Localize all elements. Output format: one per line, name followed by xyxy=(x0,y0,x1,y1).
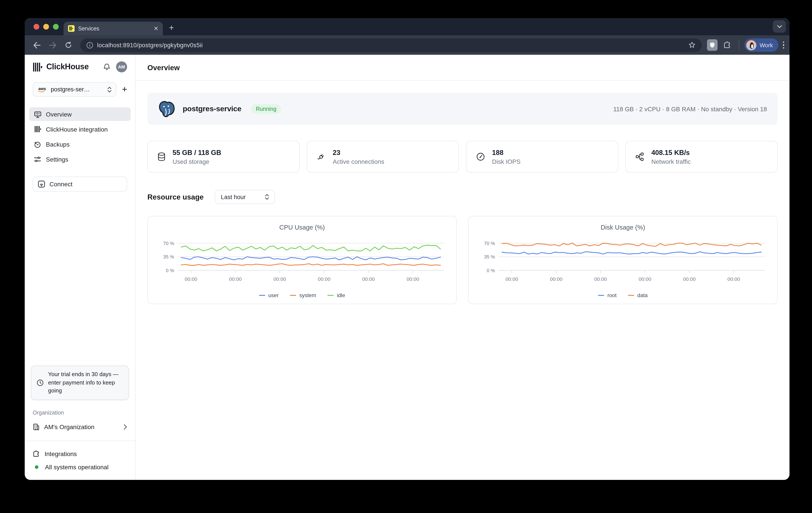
svg-text:00:00: 00:00 xyxy=(229,276,242,282)
postgres-logo xyxy=(158,100,176,118)
svg-text:0 %: 0 % xyxy=(166,268,174,273)
aws-logo-icon: aws xyxy=(37,86,47,93)
legend-item-system[interactable]: system xyxy=(290,292,316,298)
time-range-select[interactable]: Last hour xyxy=(215,190,275,204)
site-info-icon[interactable] xyxy=(87,42,93,48)
gauge-icon xyxy=(476,152,485,161)
stat-card-disk-iops: 188Disk IOPS xyxy=(466,141,618,173)
svg-text:00:00: 00:00 xyxy=(273,276,286,282)
sidebar-item-label: Settings xyxy=(46,155,68,163)
browser-tab-services[interactable]: Services ✕ xyxy=(63,22,163,35)
backup-history-icon xyxy=(33,141,41,148)
legend-swatch xyxy=(259,295,265,296)
sidebar-item-overview[interactable]: Overview xyxy=(29,107,130,121)
sidebar-item-backups[interactable]: Backups xyxy=(29,137,130,151)
service-selector[interactable]: aws postgres-ser… xyxy=(33,82,117,97)
cpu-usage-chart-card: CPU Usage (%) 0 %35 %70 %00:0000:0000:00… xyxy=(147,216,457,304)
bookmark-star-icon[interactable] xyxy=(689,41,696,49)
cpu-usage-chart: 0 %35 %70 %00:0000:0000:0000:0000:0000:0… xyxy=(157,233,446,291)
service-name: postgres-service xyxy=(183,105,241,113)
browser-menu-icon[interactable] xyxy=(783,41,784,49)
overview-icon xyxy=(33,111,41,118)
legend-item-user[interactable]: user xyxy=(259,292,279,298)
legend-item-data[interactable]: data xyxy=(628,292,648,298)
legend-item-root[interactable]: root xyxy=(598,292,616,298)
close-window-button[interactable] xyxy=(33,24,39,30)
browser-profile-button[interactable]: Work xyxy=(745,38,778,52)
reload-button[interactable] xyxy=(62,38,75,52)
stat-label: Network traffic xyxy=(651,158,691,165)
svg-text:00:00: 00:00 xyxy=(550,276,562,282)
svg-text:0 %: 0 % xyxy=(487,268,495,273)
legend-item-idle[interactable]: idle xyxy=(328,292,345,298)
stat-value: 23 xyxy=(333,148,384,156)
svg-text:aws: aws xyxy=(38,87,46,91)
svg-text:00:00: 00:00 xyxy=(727,276,740,282)
minimize-window-button[interactable] xyxy=(43,24,49,30)
tab-close-icon[interactable]: ✕ xyxy=(153,26,158,31)
resource-usage-heading: Resource usage xyxy=(147,193,204,201)
service-summary-card: postgres-service Running 118 GB · 2 vCPU… xyxy=(147,93,778,125)
toolbar-separator xyxy=(739,40,740,50)
legend-swatch xyxy=(290,295,296,296)
svg-text:00:00: 00:00 xyxy=(594,276,607,282)
stats-row: 55 GB / 118 GBUsed storage 23Active conn… xyxy=(147,141,778,173)
sidebar-item-label: Overview xyxy=(46,111,72,118)
puzzle-icon xyxy=(33,450,40,457)
page-title: Overview xyxy=(147,63,180,72)
new-tab-button[interactable]: + xyxy=(169,23,174,33)
clickhouse-favicon xyxy=(68,25,75,32)
svg-text:35 %: 35 % xyxy=(484,254,495,260)
svg-text:00:00: 00:00 xyxy=(683,276,696,282)
integrations-link[interactable]: Integrations xyxy=(25,447,135,460)
extensions-puzzle-icon[interactable] xyxy=(720,38,734,52)
svg-text:00:00: 00:00 xyxy=(318,276,330,282)
status-green-dot xyxy=(35,465,38,469)
chart-title: CPU Usage (%) xyxy=(157,224,446,231)
status-text: All systems operational xyxy=(45,463,109,471)
app-root: ClickHouse AM aws postgres-ser… xyxy=(25,55,789,480)
svg-text:35 %: 35 % xyxy=(163,254,174,260)
trial-notice-text: Your trial ends in 30 days — enter payme… xyxy=(48,371,123,395)
chevron-updown-icon xyxy=(265,194,269,200)
sidebar-item-label: Backups xyxy=(46,141,69,148)
forward-button[interactable] xyxy=(46,38,59,52)
notifications-bell-icon[interactable] xyxy=(103,63,110,70)
sidebar-nav: Overview ClickHouse integration Backups xyxy=(29,107,130,166)
legend-swatch xyxy=(328,295,334,296)
add-service-button[interactable]: + xyxy=(122,84,127,94)
connect-button[interactable]: Connect xyxy=(33,177,127,192)
stat-card-network-traffic: 408.15 KB/sNetwork traffic xyxy=(625,141,778,173)
stat-label: Disk IOPS xyxy=(492,158,521,165)
address-bar[interactable]: localhost:8910/postgres/pgkybgnv0s5ii xyxy=(80,38,702,52)
svg-text:00:00: 00:00 xyxy=(639,276,651,282)
user-avatar[interactable]: AM xyxy=(116,61,127,73)
building-icon xyxy=(33,423,40,430)
stat-card-used-storage: 55 GB / 118 GBUsed storage xyxy=(147,141,300,173)
shield-extension-icon[interactable] xyxy=(707,39,718,51)
profile-avatar xyxy=(747,40,757,50)
url-text: localhost:8910/postgres/pgkybgnv0s5ii xyxy=(97,42,203,48)
tab-search-button[interactable] xyxy=(773,20,786,33)
clickhouse-logo-icon xyxy=(33,62,42,72)
organization-item[interactable]: AM's Organization xyxy=(25,420,135,433)
stat-label: Active connections xyxy=(333,158,384,165)
sidebar-item-clickhouse-integration[interactable]: ClickHouse integration xyxy=(29,122,130,136)
back-button[interactable] xyxy=(30,38,43,52)
clickhouse-bars-icon xyxy=(33,126,41,133)
chevron-right-icon xyxy=(123,424,127,430)
disk-usage-chart-card: Disk Usage (%) 0 %35 %70 %00:0000:0000:0… xyxy=(468,216,778,304)
chart-legend: usersystemidle xyxy=(157,292,446,298)
integrations-label: Integrations xyxy=(45,450,77,457)
sidebar-item-settings[interactable]: Settings xyxy=(29,152,130,166)
tab-title: Services xyxy=(78,25,150,32)
browser-window: Services ✕ + localhost:8910 xyxy=(25,18,789,480)
traffic-lights xyxy=(33,24,59,30)
system-status[interactable]: All systems operational xyxy=(25,460,135,474)
plug-icon xyxy=(317,152,326,161)
svg-text:00:00: 00:00 xyxy=(407,276,419,282)
maximize-window-button[interactable] xyxy=(53,24,59,30)
sidebar-item-label: ClickHouse integration xyxy=(46,125,108,133)
stat-value: 55 GB / 118 GB xyxy=(173,148,221,156)
chevron-updown-icon xyxy=(108,86,112,92)
